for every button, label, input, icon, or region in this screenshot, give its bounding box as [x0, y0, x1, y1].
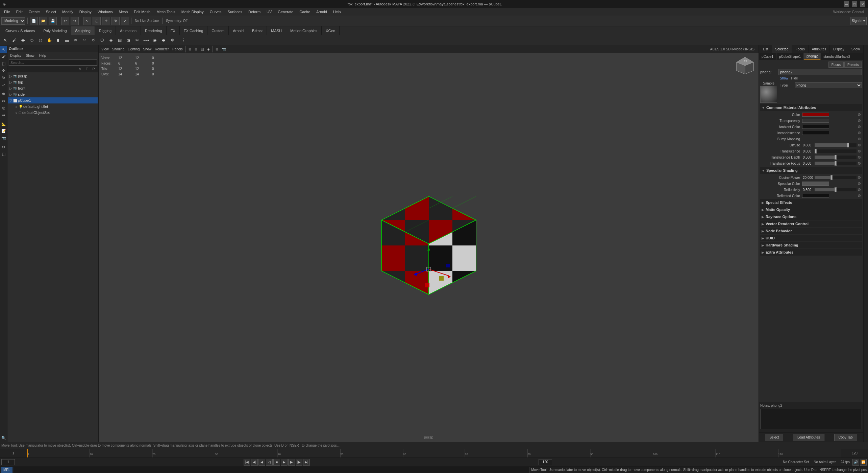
camera-btn[interactable]: 📷	[0, 135, 7, 141]
attr-tab-list[interactable]: List	[760, 45, 772, 53]
rotate-btn[interactable]: ↻	[0, 74, 7, 81]
vp-wire[interactable]: ▤	[199, 46, 205, 52]
outliner-help-menu[interactable]: Help	[37, 54, 48, 57]
select-mode-btn[interactable]: ↖	[0, 46, 7, 53]
amplify-icon-btn[interactable]: ⬬	[159, 36, 168, 44]
close-button[interactable]: ✕	[860, 1, 865, 7]
mode-dropdown[interactable]: Modeling	[1, 17, 25, 25]
node-behavior-section[interactable]: ▶ Node Behavior	[760, 228, 862, 234]
menu-arnold[interactable]: Arnold	[314, 9, 330, 15]
magnet-btn[interactable]: ⋈	[0, 97, 7, 104]
menu-edit[interactable]: Edit	[14, 9, 25, 15]
menu-modify[interactable]: Modify	[59, 9, 76, 15]
notes-textarea[interactable]	[760, 409, 862, 429]
paint-icon-btn[interactable]: 🖌	[10, 36, 18, 44]
select-button[interactable]: Select	[765, 434, 783, 441]
mel-input[interactable]	[14, 467, 530, 473]
uuid-section[interactable]: ▶ UUID	[760, 235, 862, 241]
copy-tab-button[interactable]: Copy Tab	[834, 434, 857, 441]
node-tab-phong2[interactable]: phong2	[804, 53, 821, 60]
tab-bifrost[interactable]: Bifrost	[248, 26, 267, 35]
connect-dot-reflected[interactable]	[858, 194, 861, 197]
frame-input[interactable]	[1, 459, 15, 465]
tab-xgen[interactable]: XGen	[322, 26, 340, 35]
repeat-icon-btn[interactable]: ↺	[89, 36, 97, 44]
extra-attrs-section[interactable]: ▶ Extra Attributes	[760, 249, 862, 256]
slider-trans-depth[interactable]	[815, 156, 857, 159]
menu-help[interactable]: Help	[330, 9, 344, 15]
go-end-button[interactable]: ▶|	[303, 459, 310, 466]
menu-surfaces[interactable]: Surfaces	[225, 9, 245, 15]
connect-dot-cosine[interactable]	[858, 176, 861, 179]
focus-button[interactable]: Focus	[828, 62, 844, 68]
smear-icon-btn[interactable]: ⟿	[142, 36, 150, 44]
freeze-icon-btn[interactable]: ❄	[168, 36, 176, 44]
scrape-icon-btn[interactable]: ▤	[116, 36, 124, 44]
attr-tab-show[interactable]: Show	[848, 45, 864, 53]
connect-dot-bump[interactable]	[858, 138, 861, 140]
new-scene-button[interactable]: 📄	[30, 17, 38, 25]
color-swatch-reflected[interactable]	[802, 194, 829, 198]
stop-button[interactable]: ■	[273, 459, 280, 466]
tree-item-side[interactable]: ▷ 📷 side	[8, 91, 98, 97]
node-tab-standardsurface2[interactable]: standardSurface2	[821, 53, 853, 60]
vp-renderer-menu[interactable]: Renderer	[153, 46, 170, 52]
attr-tab-selected[interactable]: Selected	[772, 45, 792, 53]
vector-renderer-section[interactable]: ▶ Vector Renderer Control	[760, 220, 862, 227]
raytrace-options-section[interactable]: ▶ Raytrace Options	[760, 213, 862, 220]
menu-uv[interactable]: UV	[264, 9, 274, 15]
redo-button[interactable]: ↪	[71, 17, 79, 25]
tree-item-top[interactable]: ▷ 📷 top	[8, 79, 98, 85]
sculpt-icon-btn[interactable]: ⬬	[19, 36, 27, 44]
menu-mesh-display[interactable]: Mesh Display	[179, 9, 206, 15]
connect-dot-translucence[interactable]	[858, 150, 861, 152]
color-swatch-color[interactable]	[802, 113, 829, 117]
smooth-icon-btn[interactable]: ⬭	[28, 36, 36, 44]
special-effects-section[interactable]: ▶ Special Effects	[760, 199, 862, 206]
annotation-btn[interactable]: 📝	[0, 127, 7, 134]
vp-grid[interactable]: ⊞	[214, 46, 220, 52]
phong-name-input[interactable]	[778, 69, 862, 75]
maximize-button[interactable]: □	[852, 1, 857, 7]
more-icon-btn[interactable]: ⋮	[179, 36, 188, 44]
sign-in-button[interactable]: Sign In ▾	[850, 17, 867, 25]
pivot-btn[interactable]: ⊙	[0, 143, 7, 150]
menu-display[interactable]: Display	[77, 9, 94, 15]
tab-sculpting[interactable]: Sculpting	[71, 26, 95, 35]
next-key-button[interactable]: |▶	[296, 459, 302, 466]
tree-item-lightset[interactable]: ▷ 💡 defaultLightSet	[8, 103, 98, 110]
color-swatch-incandescence[interactable]	[802, 131, 829, 135]
common-material-section-header[interactable]: ▼ Common Material Attributes	[760, 104, 862, 111]
region-btn[interactable]: ⬚	[0, 150, 7, 157]
tab-poly-modeling[interactable]: Poly Modeling	[39, 26, 71, 35]
menu-curves[interactable]: Curves	[207, 9, 224, 15]
relax-icon-btn[interactable]: ◎	[36, 36, 45, 44]
material-preview[interactable]	[760, 86, 777, 103]
connect-dot-diffuse[interactable]	[858, 144, 861, 146]
connect-dot-transparency[interactable]	[858, 119, 861, 122]
minimize-button[interactable]: —	[844, 1, 849, 7]
soft-select-btn[interactable]: ◎	[0, 104, 7, 111]
tree-item-pcube1[interactable]: ▽ ⬜ pCube1	[8, 97, 98, 103]
audio-button[interactable]: 🔊	[852, 459, 859, 466]
prev-key-button[interactable]: ◀|	[251, 459, 258, 466]
menu-generate[interactable]: Generate	[275, 9, 296, 15]
slider-translucence[interactable]	[815, 149, 857, 153]
save-button[interactable]: 💾	[49, 17, 57, 25]
tab-fx[interactable]: FX	[167, 26, 180, 35]
scale-btn[interactable]: ⤢	[0, 81, 7, 88]
tab-rigging[interactable]: Rigging	[95, 26, 116, 35]
foamy-icon-btn[interactable]: ≋	[72, 36, 80, 44]
next-frame-button[interactable]: ▶	[288, 459, 295, 466]
show-link[interactable]: Show	[780, 76, 788, 80]
tab-animation[interactable]: Animation	[116, 26, 141, 35]
tree-item-objectset[interactable]: ▷ ⬡ defaultObjectSet	[8, 110, 98, 116]
node-tab-pcube1[interactable]: pCube1	[759, 53, 776, 60]
load-attributes-button[interactable]: Load Attributes	[793, 434, 824, 441]
slider-cosine[interactable]	[815, 176, 857, 179]
lasso-btn[interactable]: ⬚	[0, 60, 7, 67]
go-start-button[interactable]: |◀	[244, 459, 250, 466]
move-tool[interactable]: ✛	[102, 17, 110, 25]
connect-dot-trans-depth[interactable]	[858, 156, 861, 159]
tab-custom[interactable]: Custom	[207, 26, 229, 35]
